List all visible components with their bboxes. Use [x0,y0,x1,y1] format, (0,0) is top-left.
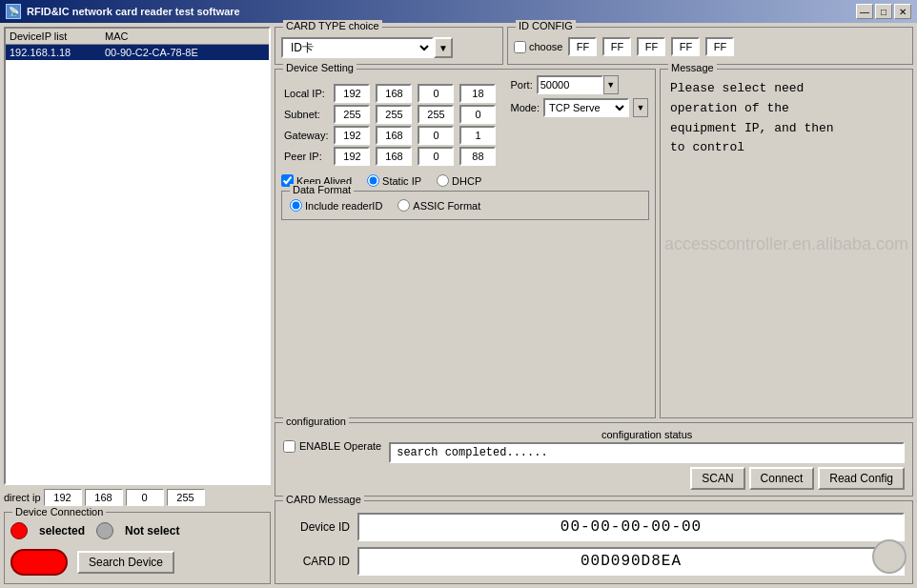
app-icon: 📡 [6,4,21,19]
local-ip-3[interactable] [418,84,454,103]
gateway-label: Gateway: [281,125,331,146]
mode-select[interactable]: TCP Serve [543,98,629,117]
include-reader-label[interactable]: Include readerID [290,199,382,212]
maximize-button[interactable]: □ [875,4,892,19]
circle-indicator [872,539,907,574]
device-list-content: 192.168.1.18 00-90-C2-CA-78-8E [6,45,269,331]
message-box: Message Please select need operation of … [660,69,913,418]
config-top-row: ENABLE Operate configuration status sear… [283,429,905,463]
mode-row: Mode: TCP Serve ▼ [510,98,648,117]
gateway-2[interactable] [376,126,412,145]
card-type-select[interactable]: ID卡 [281,37,434,58]
direct-ip-field-1[interactable] [44,489,82,506]
hex-field-5[interactable] [705,37,734,56]
card-type-combo-wrap: ID卡 ▼ [281,37,497,58]
top-row: CARD TYPE choice ID卡 ▼ ID CONFIG choose [275,27,913,65]
config-title: configuration [283,416,349,427]
device-setting-box: Device Setting Local IP: Subnet: [275,69,656,418]
device-ip-cell: 192.168.1.18 [10,47,105,58]
local-ip-2[interactable] [376,84,412,103]
selected-indicator [10,522,28,539]
include-reader-radio[interactable] [290,199,302,212]
hex-field-2[interactable] [602,37,631,56]
hex-field-4[interactable] [671,37,700,56]
dhcp-label[interactable]: DHCP [437,174,481,187]
subnet-label: Subnet: [281,104,331,125]
config-inner: ENABLE Operate configuration status sear… [283,429,905,490]
assic-format-label[interactable]: ASSIC Format [397,199,480,212]
enable-operate-label[interactable]: ENABLE Operate [283,440,381,453]
device-setting-title: Device Setting [283,62,357,73]
search-device-row: Search Device [10,545,264,579]
peer-ip-1[interactable] [334,147,370,166]
config-box: configuration ENABLE Operate configurati… [275,422,913,497]
subnet-3[interactable] [418,105,454,124]
card-message-box: CARD Message Device ID 00-00-00-00-00 CA… [275,500,913,584]
peer-ip-2[interactable] [376,147,412,166]
oval-indicator [10,549,68,576]
static-ip-radio[interactable] [367,174,379,187]
data-format-title: Data Format [290,184,354,195]
card-type-arrow[interactable]: ▼ [434,37,453,58]
port-label: Port: [510,79,532,91]
middle-row: Device Setting Local IP: Subnet: [275,69,913,418]
port-arrow[interactable]: ▼ [603,75,619,94]
scan-button[interactable]: SCAN [690,467,744,490]
device-list-row[interactable]: 192.168.1.18 00-90-C2-CA-78-8E [6,45,269,60]
hex-field-1[interactable] [568,37,597,56]
gateway-row: Gateway: [281,125,499,146]
port-row: Port: ▼ [510,75,648,94]
ip-table: Local IP: Subnet: [281,83,499,167]
left-panel: DeviceIP list MAC 192.168.1.18 00-90-C2-… [4,27,271,584]
minimize-button[interactable]: — [856,4,873,19]
selected-label: selected [39,524,85,537]
dhcp-radio[interactable] [437,174,449,187]
gateway-3[interactable] [418,126,454,145]
device-id-label: Device ID [283,520,350,534]
device-list-box: DeviceIP list MAC 192.168.1.18 00-90-C2-… [4,27,271,485]
gateway-1[interactable] [334,126,370,145]
mode-arrow[interactable]: ▼ [633,98,648,117]
port-combo-wrap: ▼ [537,75,619,94]
id-config-checkbox[interactable] [514,41,526,53]
direct-ip-field-3[interactable] [126,489,164,506]
mode-label: Mode: [510,102,540,113]
device-mac-col-header: MAC [105,30,265,42]
watermark: accesscontroller.en.alibaba.com [664,233,908,253]
not-selected-indicator [96,522,113,539]
device-connection-box: Device Connection selected Not select Se… [4,512,271,584]
not-select-label: Not select [125,524,179,537]
gateway-4[interactable] [459,126,496,145]
local-ip-row: Local IP: [281,83,499,104]
local-ip-4[interactable] [459,84,496,103]
config-buttons: SCAN Connect Read Config [283,467,905,490]
peer-ip-row: Peer IP: [281,146,499,167]
connection-status-row: selected Not select [10,517,264,545]
device-ip-col-header: DeviceIP list [10,30,105,42]
direct-ip-field-4[interactable] [167,489,205,506]
static-ip-label[interactable]: Static IP [367,174,421,187]
direct-ip-field-2[interactable] [85,489,123,506]
id-config-box: ID CONFIG choose [507,27,913,65]
peer-ip-4[interactable] [459,147,496,166]
subnet-1[interactable] [334,105,370,124]
local-ip-label: Local IP: [281,83,331,104]
enable-operate-checkbox[interactable] [283,440,295,453]
assic-format-radio[interactable] [397,199,410,212]
subnet-4[interactable] [459,105,496,124]
config-status-field: search completed...... [389,442,905,463]
subnet-2[interactable] [376,105,412,124]
id-config-choose-label[interactable]: choose [514,41,562,53]
local-ip-1[interactable] [334,84,370,103]
read-config-button[interactable]: Read Config [818,467,905,490]
window-controls: — □ ✕ [856,4,911,19]
hex-field-3[interactable] [637,37,665,56]
connect-button[interactable]: Connect [749,467,815,490]
peer-ip-3[interactable] [418,147,454,166]
search-device-button[interactable]: Search Device [77,551,174,574]
app-title: RFID&IC network card reader test softwar… [27,6,240,17]
close-button[interactable]: ✕ [894,4,911,19]
direct-ip-label: direct ip [4,492,41,503]
port-input[interactable] [537,75,603,94]
port-mode-section: Port: ▼ Mode: TCP Serve ▼ [504,75,648,171]
